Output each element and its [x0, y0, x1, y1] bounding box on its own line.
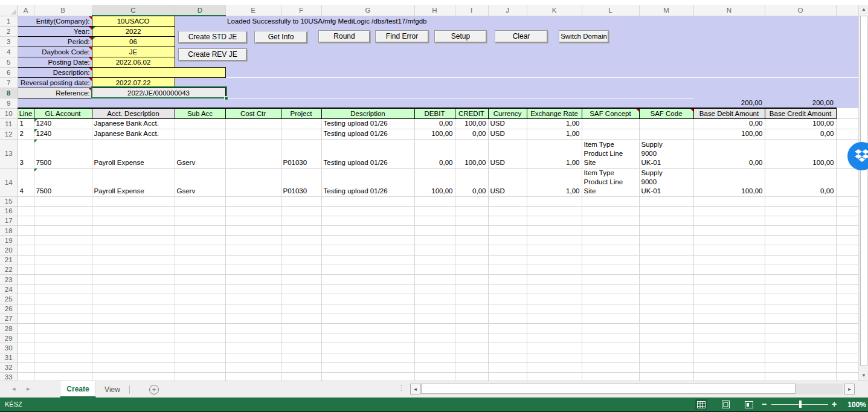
cell[interactable] — [414, 226, 455, 236]
cell[interactable] — [281, 275, 321, 285]
col-header-description[interactable]: Description — [321, 108, 414, 118]
cell-sub-acc[interactable]: Gserv — [175, 168, 225, 196]
field-value-reference selected-cell[interactable]: 2022/JE/000000043 — [92, 88, 225, 98]
tab-scroll-left-icon[interactable]: ◂ — [12, 385, 16, 393]
cell[interactable] — [582, 294, 639, 304]
cell-description[interactable]: Testing upload 01/26 — [321, 118, 414, 129]
cell[interactable] — [225, 255, 281, 265]
cell[interactable] — [455, 333, 488, 343]
field-label-reference[interactable]: Reference: — [18, 88, 92, 98]
cell[interactable] — [639, 265, 693, 274]
row-header[interactable]: 11 — [0, 118, 18, 129]
cell-debit[interactable]: 100,00 — [414, 168, 455, 196]
horizontal-scrollbar[interactable] — [420, 384, 843, 394]
cell[interactable] — [639, 216, 693, 225]
cell[interactable] — [321, 372, 414, 381]
cell-debit[interactable]: 100,00 — [414, 129, 455, 139]
cell[interactable] — [34, 206, 92, 216]
cell[interactable] — [175, 216, 225, 225]
cell[interactable] — [321, 245, 414, 255]
cell-acct-description[interactable]: Japanese Bank Acct. — [92, 118, 175, 129]
cell[interactable] — [527, 343, 582, 353]
cell[interactable] — [639, 362, 693, 372]
cell[interactable] — [527, 245, 582, 255]
cell[interactable] — [488, 294, 527, 304]
cell[interactable] — [582, 275, 639, 285]
cell-credit[interactable]: 100,00 — [455, 118, 488, 129]
cell[interactable] — [18, 226, 34, 236]
cell[interactable] — [765, 343, 836, 353]
cell[interactable] — [765, 255, 836, 265]
column-header-j[interactable]: J — [488, 5, 527, 16]
column-header-f[interactable]: F — [281, 5, 321, 16]
cell[interactable] — [175, 77, 858, 88]
cell[interactable] — [281, 333, 321, 343]
col-header-currency[interactable]: Currency — [488, 108, 527, 118]
row-header[interactable]: 21 — [0, 255, 18, 265]
column-header-g[interactable]: G — [321, 5, 414, 16]
cell[interactable] — [836, 129, 858, 139]
cell[interactable] — [639, 294, 693, 304]
cell-line[interactable]: 4 — [18, 168, 34, 196]
cell[interactable] — [321, 294, 414, 304]
select-all-corner[interactable] — [0, 5, 18, 16]
cell[interactable] — [321, 353, 414, 362]
cell[interactable] — [34, 314, 92, 323]
cell[interactable] — [34, 245, 92, 255]
cell[interactable] — [527, 285, 582, 294]
clear-button[interactable]: Clear — [495, 30, 548, 43]
cell[interactable] — [281, 304, 321, 314]
cell[interactable] — [765, 333, 836, 343]
row-header[interactable]: 23 — [0, 275, 18, 285]
cell[interactable] — [488, 333, 527, 343]
hscroll-left-icon[interactable]: ◂ — [410, 384, 420, 394]
cell[interactable] — [693, 226, 765, 236]
create-rev-je-button[interactable]: Create REV JE — [178, 48, 247, 61]
cell[interactable] — [34, 216, 92, 225]
cell[interactable] — [34, 353, 92, 362]
cell[interactable] — [455, 323, 488, 333]
row-header[interactable]: 17 — [0, 216, 18, 225]
cell-base-credit[interactable]: 100,00 — [765, 118, 836, 129]
column-header-d[interactable]: D — [175, 5, 225, 16]
cell[interactable] — [836, 118, 858, 129]
cell-currency[interactable]: USD — [488, 139, 527, 168]
total-base-credit[interactable]: 200,00 — [765, 98, 836, 108]
cell[interactable] — [18, 353, 34, 362]
cell[interactable] — [225, 353, 281, 362]
col-header-sub-acc[interactable]: Sub Acc — [175, 108, 225, 118]
cell[interactable] — [582, 314, 639, 323]
cell[interactable] — [582, 255, 639, 265]
cell[interactable] — [414, 285, 455, 294]
cell[interactable] — [321, 314, 414, 323]
row-header[interactable]: 28 — [0, 323, 18, 333]
cell[interactable] — [488, 216, 527, 225]
cell[interactable] — [765, 275, 836, 285]
cell-base-debit[interactable]: 100,00 — [693, 129, 765, 139]
horizontal-scrollbar-thumb[interactable] — [421, 384, 796, 394]
new-sheet-button[interactable]: + — [149, 385, 159, 394]
cell[interactable] — [836, 255, 858, 265]
column-header-a[interactable]: A — [18, 5, 34, 16]
cell[interactable] — [414, 372, 455, 381]
cell[interactable] — [765, 226, 836, 236]
cell[interactable] — [92, 362, 175, 372]
cell[interactable] — [836, 98, 858, 108]
total-base-debit[interactable]: 200,00 — [693, 98, 765, 108]
cell-debit[interactable]: 0,00 — [414, 118, 455, 129]
cell[interactable] — [693, 216, 765, 225]
cell[interactable] — [18, 98, 693, 108]
cell[interactable] — [527, 265, 582, 274]
cell[interactable] — [414, 196, 455, 206]
cell[interactable] — [281, 314, 321, 323]
row-header[interactable]: 18 — [0, 226, 18, 236]
cell[interactable] — [175, 47, 858, 57]
col-header-project[interactable]: Project — [281, 108, 321, 118]
row-header[interactable]: 16 — [0, 206, 18, 216]
hscroll-right-icon[interactable]: ▸ — [844, 384, 855, 394]
cell-exchange-rate[interactable]: 1,00 — [527, 168, 582, 196]
cell[interactable] — [765, 372, 836, 381]
cell[interactable] — [836, 304, 858, 314]
cell-credit[interactable]: 100,00 — [455, 139, 488, 168]
cell[interactable] — [455, 353, 488, 362]
